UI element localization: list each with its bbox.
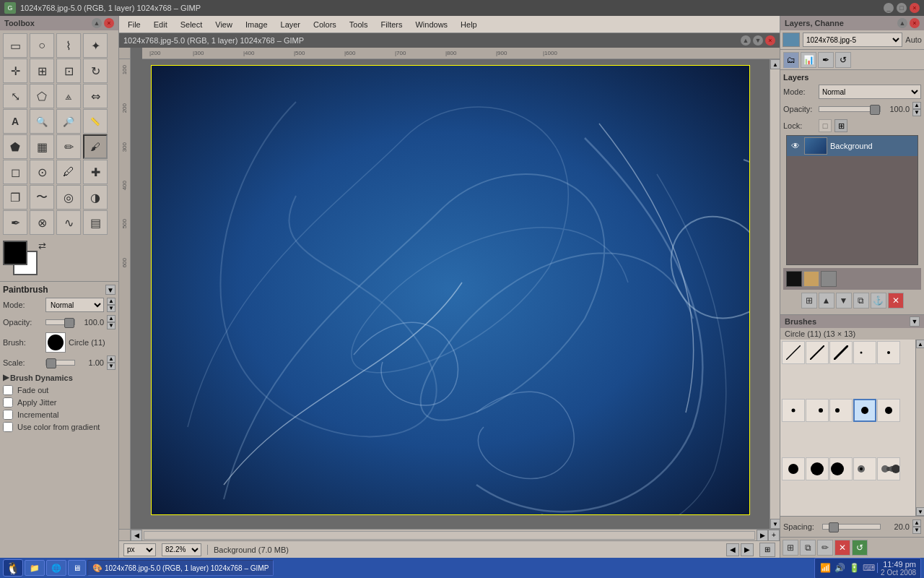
paths-tab[interactable]: ✒ (818, 52, 834, 68)
path-tool[interactable]: ✒ (3, 210, 27, 235)
scroll-right-button[interactable]: ▶ (757, 530, 768, 541)
mode-down[interactable]: ▼ (107, 305, 116, 312)
layer-visibility-toggle[interactable]: 👁 (790, 140, 801, 152)
brush-circle-11-selected[interactable] (853, 399, 876, 422)
opacity-down[interactable]: ▼ (107, 322, 116, 329)
layer-opacity-slider[interactable] (819, 106, 881, 112)
tray-volume-icon[interactable]: 🔊 (834, 562, 845, 574)
rect-select-tool[interactable]: ▭ (3, 33, 27, 58)
lock-pixels-button[interactable]: □ (819, 119, 832, 132)
dodge-burn-tool[interactable]: ◑ (83, 185, 108, 210)
menu-edit[interactable]: Edit (148, 17, 173, 32)
scale-up[interactable]: ▲ (107, 355, 116, 363)
canvas-maximize[interactable]: ▼ (753, 35, 763, 46)
ink-tool[interactable]: 🖊 (56, 160, 81, 184)
close-button[interactable]: × (910, 3, 920, 13)
swatch-black[interactable] (786, 271, 802, 287)
toolbox-close-button[interactable]: × (104, 18, 114, 28)
brush-circle-lg[interactable] (782, 457, 805, 480)
flip-tool[interactable]: ⇔ (83, 84, 108, 108)
pencil-tool[interactable]: ✏ (56, 134, 81, 159)
blur-sharpen-tool[interactable]: ◎ (56, 185, 81, 210)
tray-network-icon[interactable]: 📶 (819, 562, 831, 574)
taskbar-terminal[interactable]: 🖥 (68, 560, 86, 576)
brush-dot-sm3[interactable] (806, 399, 829, 422)
mode-select[interactable]: Normal Dissolve Multiply (45, 298, 104, 312)
layers-tab-active[interactable]: 🗂 (783, 52, 799, 68)
scale-down[interactable]: ▼ (107, 363, 116, 370)
opacity-slider[interactable] (45, 319, 75, 325)
scroll-up-button[interactable]: ▲ (770, 59, 780, 69)
clock-display[interactable]: 11:49 pm 2 Oct 2008 (881, 560, 916, 577)
zoom-select[interactable]: 82.2% 100% 50% (162, 543, 201, 556)
brushes-scroll-track[interactable] (916, 348, 924, 507)
spacing-thumb[interactable] (829, 522, 839, 532)
swatch-tan[interactable] (803, 271, 819, 287)
scale-slider[interactable] (45, 360, 75, 366)
brush-delete-action[interactable]: ✕ (834, 540, 850, 556)
brush-dynamics-toggle[interactable]: ▶ Brush Dynamics (3, 373, 116, 382)
brush-edit-action[interactable]: ✏ (817, 540, 833, 556)
brush-dot-sm[interactable] (877, 341, 900, 364)
menu-view[interactable]: View (209, 17, 238, 32)
text-tool[interactable]: A (3, 109, 27, 134)
spacing-down[interactable]: ▼ (912, 527, 921, 534)
new-layer-from-visible[interactable]: ⊞ (801, 293, 817, 309)
brush-large2[interactable] (853, 457, 876, 480)
opacity-slider-thumb[interactable] (64, 318, 74, 328)
color-balance-tool[interactable]: ⊗ (30, 210, 54, 235)
shear-tool[interactable]: ⬠ (30, 84, 54, 108)
opacity-up[interactable]: ▲ (107, 315, 116, 322)
nav-left[interactable]: ◀ (726, 543, 739, 556)
brushes-collapse[interactable]: ▼ (910, 316, 920, 327)
vscroll-track[interactable] (770, 69, 780, 519)
unit-select[interactable]: px mm in (123, 543, 156, 556)
ellipse-select-tool[interactable]: ○ (30, 33, 54, 58)
layer-opacity-thumb[interactable] (870, 105, 880, 115)
canvas-zoom-button[interactable]: ⊞ (759, 543, 775, 557)
scroll-down-button[interactable]: ▼ (770, 519, 780, 529)
menu-file[interactable]: File (122, 17, 147, 32)
brush-diag1[interactable] (782, 341, 805, 364)
brushes-scrollbar[interactable]: ▲ ▼ (915, 340, 924, 516)
blend-tool[interactable]: ▦ (30, 134, 54, 159)
channels-tab[interactable]: 📊 (801, 52, 816, 68)
history-tab[interactable]: ↺ (835, 52, 851, 68)
duplicate-layer[interactable]: ⧉ (853, 293, 869, 309)
zoom-tool[interactable]: 🔎 (56, 109, 81, 134)
lock-position-button[interactable]: ⊞ (834, 119, 847, 132)
foreground-color-swatch[interactable] (3, 241, 27, 265)
layer-opacity-down[interactable]: ▼ (912, 109, 921, 116)
vertical-scrollbar[interactable]: ▲ ▼ (770, 59, 780, 529)
lower-layer[interactable]: ▼ (836, 293, 852, 309)
anchor-layer[interactable]: ⚓ (871, 293, 886, 309)
clone-tool[interactable]: ❐ (3, 185, 27, 210)
menu-colors[interactable]: Colors (308, 17, 342, 32)
use-color-gradient-checkbox[interactable] (3, 422, 13, 432)
menu-help[interactable]: Help (455, 17, 483, 32)
image-selector[interactable]: 1024x768.jpg-5 (803, 33, 902, 47)
taskbar-browser[interactable]: 🌐 (46, 560, 66, 576)
align-tool[interactable]: ⊞ (30, 59, 54, 83)
brush-large3[interactable] (877, 457, 900, 480)
brush-new-action[interactable]: ⊞ (783, 540, 798, 556)
brushes-scroll-down[interactable]: ▼ (916, 507, 924, 516)
mode-up[interactable]: ▲ (107, 298, 116, 305)
brush-duplicate-action[interactable]: ⧉ (800, 540, 816, 556)
menu-image[interactable]: Image (240, 17, 274, 32)
layer-mode-select[interactable]: Normal (819, 85, 921, 99)
heal-tool[interactable]: ✚ (83, 160, 108, 184)
brush-circle-xlg[interactable] (806, 457, 829, 480)
rotate-tool[interactable]: ↻ (83, 59, 108, 83)
brush-dot-sm2[interactable] (782, 399, 805, 422)
minimize-button[interactable]: _ (884, 3, 894, 13)
delete-layer[interactable]: ✕ (888, 293, 904, 309)
smudge-tool[interactable]: 〜 (30, 185, 54, 210)
brush-diag2[interactable] (806, 341, 829, 364)
taskbar-file-manager[interactable]: 📁 (25, 560, 45, 576)
brush-circle-md[interactable] (877, 399, 900, 422)
hscroll-track[interactable] (144, 531, 755, 540)
spacing-slider[interactable] (822, 524, 881, 530)
fuzzy-select-tool[interactable]: ✦ (83, 33, 108, 58)
menu-filters[interactable]: Filters (375, 17, 409, 32)
